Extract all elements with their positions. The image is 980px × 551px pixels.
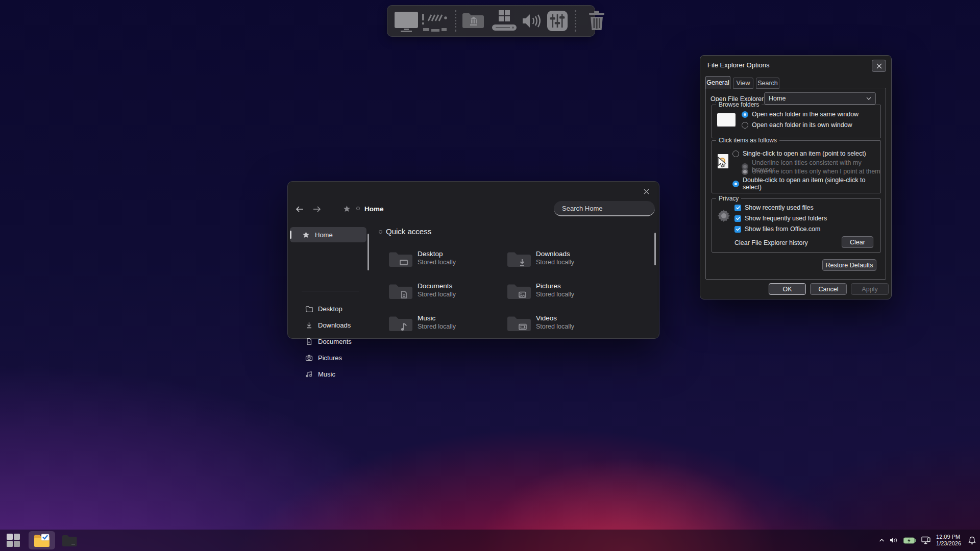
tab-view[interactable]: View — [733, 78, 753, 89]
dropdown-value: Home — [769, 95, 786, 102]
file-explorer-window: Home Search Home Home Desktop Downloads — [287, 181, 659, 339]
tab-search[interactable]: Search — [756, 78, 779, 89]
radio-label: Open each folder in its own window — [752, 121, 852, 129]
radio-own-window[interactable]: Open each folder in its own window — [742, 121, 852, 129]
quick-access-item-desktop[interactable]: Desktop Stored locally — [388, 249, 500, 270]
speaker-icon[interactable] — [522, 12, 543, 30]
open-to-dropdown[interactable]: Home — [764, 92, 876, 105]
explorer-content: Quick access Desktop Stored locally Down… — [373, 222, 659, 338]
tray-speaker-icon[interactable] — [890, 537, 898, 544]
sidebar-item-music[interactable]: Music — [290, 366, 366, 382]
radio-single-click[interactable]: Single-click to open an item (point to s… — [732, 150, 866, 157]
quick-access-item-music[interactable]: Music Stored locally — [388, 314, 500, 334]
tray-notification-bell-icon[interactable] — [968, 536, 976, 545]
button-label: OK — [782, 286, 792, 293]
dialog-title: File Explorer Options — [707, 61, 769, 69]
privacy-group: Privacy Show recently used files Show fr… — [712, 198, 881, 253]
radio-label: Double-click to open an item (single-cli… — [743, 177, 880, 191]
item-subtitle: Stored locally — [418, 323, 456, 330]
taskbar-clock[interactable]: 12:09 PM 1/23/2026 — [936, 534, 961, 547]
sidebar-item-home[interactable]: Home — [290, 227, 366, 242]
recycle-bin-icon[interactable] — [585, 10, 608, 32]
radio-underline-point: Underline icon titles only when I point … — [742, 168, 880, 175]
radio-unselected — [732, 151, 739, 157]
tab-label: View — [737, 80, 750, 87]
group-title: Browse folders — [716, 101, 762, 108]
item-name: Documents — [418, 282, 452, 290]
folder-music-icon — [388, 314, 414, 333]
breadcrumb-pin-icon[interactable] — [343, 205, 351, 213]
taskbar-file-explorer-options[interactable] — [29, 531, 55, 549]
cancel-button[interactable]: Cancel — [810, 283, 847, 295]
breadcrumb[interactable]: Home — [364, 205, 384, 213]
item-subtitle: Stored locally — [418, 291, 456, 298]
dark-folder-icon — [62, 534, 77, 547]
button-label: Apply — [862, 286, 877, 293]
back-button[interactable] — [293, 203, 306, 215]
system-tray: 12:09 PM 1/23/2026 — [879, 530, 976, 551]
quick-access-item-pictures[interactable]: Pictures Stored locally — [506, 282, 619, 302]
desktop-dock — [387, 5, 595, 37]
checkbox-label: Show frequently used folders — [745, 215, 827, 222]
sidebar-item-downloads[interactable]: Downloads — [290, 317, 366, 333]
quick-access-item-documents[interactable]: Documents Stored locally — [388, 282, 500, 302]
browse-folders-group: Browse folders Open each folder in the s… — [712, 105, 881, 138]
ok-button[interactable]: OK — [769, 283, 806, 295]
radio-double-click[interactable]: Double-click to open an item (single-cli… — [732, 177, 880, 191]
mixer-icon[interactable] — [547, 11, 568, 31]
start-button[interactable] — [2, 531, 24, 549]
radio-unselected — [742, 122, 748, 129]
music-icon — [305, 370, 313, 378]
sidebar-item-label: Downloads — [318, 321, 351, 329]
sidebar-item-documents[interactable]: Documents — [290, 334, 366, 349]
clear-button[interactable]: Clear — [842, 236, 873, 248]
tray-chevron-up-icon[interactable] — [879, 538, 885, 542]
item-name: Pictures — [536, 282, 561, 290]
folder-bank-icon[interactable] — [461, 11, 486, 31]
sidebar-item-label: Desktop — [318, 305, 342, 313]
section-chevron-icon[interactable] — [379, 230, 382, 234]
explorer-close-button[interactable] — [640, 186, 653, 197]
search-input[interactable]: Search Home — [554, 201, 655, 216]
sidebar-item-label: Music — [318, 370, 335, 378]
restore-defaults-button[interactable]: Restore Defaults — [822, 259, 876, 271]
quick-access-item-videos[interactable]: Videos Stored locally — [506, 314, 619, 334]
radio-disabled-selected — [742, 168, 748, 175]
dialog-close-button[interactable] — [872, 60, 886, 72]
item-subtitle: Stored locally — [536, 291, 574, 298]
radio-label: Single-click to open an item (point to s… — [743, 150, 866, 157]
tray-display-icon[interactable] — [921, 536, 931, 544]
windows-drive-icon[interactable] — [491, 9, 518, 33]
radio-same-window[interactable]: Open each folder in the same window — [742, 111, 859, 118]
clear-history-label: Clear File Explorer history — [734, 239, 808, 246]
quick-access-item-downloads[interactable]: Downloads Stored locally — [506, 249, 619, 270]
item-name: Music — [418, 314, 435, 322]
pc-monitor-icon[interactable] — [394, 8, 450, 34]
checkbox-frequent-folders[interactable]: Show frequently used folders — [734, 215, 827, 222]
sidebar-item-pictures[interactable]: Pictures — [290, 350, 366, 365]
content-scrollbar[interactable] — [654, 233, 656, 265]
folder-icon — [305, 305, 313, 313]
forward-button[interactable] — [310, 203, 324, 215]
item-subtitle: Stored locally — [536, 323, 574, 330]
tab-label: Search — [757, 80, 778, 87]
apply-button: Apply — [851, 283, 889, 295]
sidebar-item-desktop[interactable]: Desktop — [290, 301, 366, 316]
clock-date: 1/23/2026 — [936, 540, 961, 547]
checkbox-office-files[interactable]: Show files from Office.com — [734, 226, 820, 233]
checkbox-recent-files[interactable]: Show recently used files — [734, 204, 814, 211]
download-icon — [305, 321, 313, 329]
sidebar-scrollbar[interactable] — [368, 234, 369, 270]
windows-logo-icon — [7, 534, 20, 547]
selected-indicator — [290, 231, 291, 239]
sidebar-separator — [302, 291, 359, 291]
checkbox-checked — [734, 226, 741, 233]
chevron-down-icon — [866, 97, 871, 100]
item-name: Desktop — [418, 250, 443, 258]
tray-battery-icon[interactable] — [903, 537, 916, 544]
tab-general[interactable]: General — [705, 76, 730, 89]
folder-picture-icon — [506, 282, 533, 301]
mouse-cursor — [718, 157, 726, 169]
taskbar-file-explorer-window[interactable] — [58, 531, 81, 549]
sidebar-item-label: Home — [315, 231, 333, 239]
